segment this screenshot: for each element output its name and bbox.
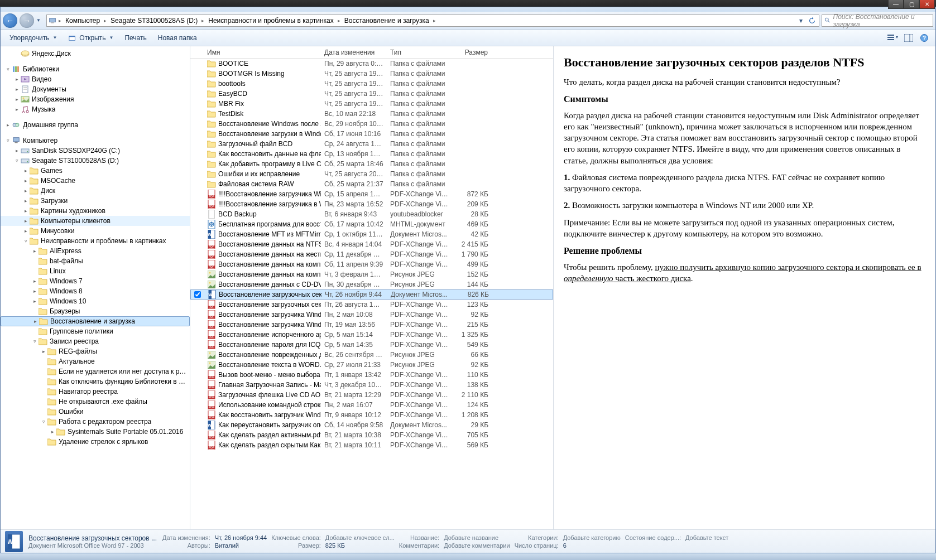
nav-history-dropdown[interactable]: ▼ xyxy=(36,18,44,23)
preview-pane-button[interactable] xyxy=(902,32,915,44)
file-row[interactable]: PDFВосстановление пароля для ICQ.pdfСр, … xyxy=(190,340,553,350)
tree-item[interactable]: ▸SanDisk SDSSDXP240G (C:) xyxy=(1,146,190,156)
file-row[interactable]: PDFКак сделать раздел скрытым Как сня...… xyxy=(190,440,553,450)
size-column-header[interactable]: Размер xyxy=(453,49,492,56)
tree-item[interactable]: ▸Восстановление и загрузка xyxy=(1,316,190,326)
file-list-body[interactable]: BOOTICEПн, 29 августа 0:43Папка с файлам… xyxy=(190,59,553,529)
expander-icon[interactable]: ▸ xyxy=(13,107,21,112)
tree-item[interactable]: Как отключить функцию Библиотеки в Windo… xyxy=(1,376,190,387)
file-row[interactable]: PDFВосстановление данных на компакт...Сб… xyxy=(190,259,553,269)
file-row[interactable]: PDFВосстановление данных на NTFS-ра...Вс… xyxy=(190,239,553,249)
tree-item[interactable]: ▿Неисправности и проблемы в картинках xyxy=(1,236,190,246)
file-row[interactable]: Восстановление данных на компакт...Чт, 3… xyxy=(190,269,553,279)
expander-icon[interactable]: ▿ xyxy=(13,158,21,163)
file-row[interactable]: PDF!!!!Восстановление загрузчика Wind...… xyxy=(190,189,553,199)
tree-item[interactable]: ▸Видео xyxy=(1,74,190,84)
tree-item[interactable]: ▸AliExpress xyxy=(1,246,190,256)
file-row[interactable]: WВосстановление загрузочных секто...Чт, … xyxy=(190,289,553,300)
file-row[interactable]: MBR FixЧт, 25 августа 19:52Папка с файла… xyxy=(190,99,553,109)
file-row[interactable]: PDF!!!!Восстановление загрузчика в Wi...… xyxy=(190,199,553,209)
tree-item[interactable]: ▸Windows 7 xyxy=(1,276,190,286)
expander-icon[interactable]: ▸ xyxy=(31,298,39,304)
file-row[interactable]: PDFВызов boot-меню - меню выбора ус...Пт… xyxy=(190,370,553,380)
details-value[interactable]: Добавьте категорию xyxy=(563,534,621,541)
open-button[interactable]: Открыть▼ xyxy=(64,32,118,44)
address-bar[interactable]: ▸ Компьютер ▸ Seagate ST31000528AS (D:) … xyxy=(46,15,819,27)
expander-icon[interactable]: ▿ xyxy=(40,419,47,424)
expander-icon[interactable]: ▸ xyxy=(31,288,39,294)
expander-icon[interactable]: ▸ xyxy=(22,218,30,224)
file-row[interactable]: Как восстановить данные на флешкеСр, 13 … xyxy=(190,149,553,159)
expander-icon[interactable]: ▸ xyxy=(4,122,12,128)
expander-icon[interactable]: ▸ xyxy=(22,188,30,194)
tree-item[interactable]: Навигатор реестра xyxy=(1,387,190,397)
details-value[interactable]: Добавьте комментарии xyxy=(444,542,510,549)
tree-item[interactable]: ▸Домашняя группа xyxy=(1,120,190,130)
name-column-header[interactable]: Имя xyxy=(204,49,321,56)
tree-item[interactable]: ▸Документы xyxy=(1,84,190,94)
breadcrumb-item[interactable]: Компьютер xyxy=(63,17,102,25)
type-column-header[interactable]: Тип xyxy=(387,49,453,56)
file-row[interactable]: PDFВосстановление загрузочных секто...Пт… xyxy=(190,300,553,310)
file-row[interactable]: Восстановление данных с CD-DVD.JPGПн, 30… xyxy=(190,279,553,289)
view-options-button[interactable] xyxy=(886,32,900,44)
file-row[interactable]: boottoolsЧт, 25 августа 19:16Папка с фай… xyxy=(190,79,553,89)
tree-item[interactable]: Не открываются .exe файлы xyxy=(1,397,190,407)
file-row[interactable]: BCD BackupВт, 6 января 9:43youtubeadbloc… xyxy=(190,209,553,219)
expander-icon[interactable]: ▸ xyxy=(49,429,56,435)
tree-item[interactable]: ▿Компьютер xyxy=(1,136,190,146)
expander-icon[interactable]: ▸ xyxy=(13,96,21,102)
expander-icon[interactable]: ▸ xyxy=(13,76,21,82)
preview-pane[interactable]: Восстановление загрузочных секторов разд… xyxy=(553,46,935,529)
search-input[interactable]: Поиск: Восстановление и загрузка xyxy=(822,15,933,27)
print-button[interactable]: Печать xyxy=(120,32,151,44)
file-row[interactable]: WКак переустановить загрузчик опера...Сб… xyxy=(190,420,553,430)
breadcrumb-item[interactable]: Неисправности и проблемы в картинках xyxy=(206,17,336,25)
tree-item[interactable]: Актуальное xyxy=(1,356,190,366)
chevron-right-icon[interactable]: ▸ xyxy=(58,18,62,23)
minimize-button[interactable]: — xyxy=(888,0,904,9)
breadcrumb-item[interactable]: Восстановление и загрузка xyxy=(342,17,431,25)
details-value[interactable]: Виталий xyxy=(215,542,267,549)
row-checkbox[interactable] xyxy=(194,291,201,298)
tree-item[interactable]: ▿Записи реестра xyxy=(1,336,190,346)
expander-icon[interactable]: ▸ xyxy=(22,198,30,204)
file-row[interactable]: PDFКак восстановить загрузчик Window...П… xyxy=(190,410,553,420)
tree-item[interactable]: ▸MSOCache xyxy=(1,176,190,186)
expander-icon[interactable]: ▿ xyxy=(4,66,12,72)
tree-item[interactable]: ▸Диск xyxy=(1,186,190,196)
file-row[interactable]: PDFИспользование командной строки д...Пн… xyxy=(190,400,553,410)
chevron-right-icon[interactable]: ▸ xyxy=(201,18,205,23)
expander-icon[interactable]: ▸ xyxy=(13,148,21,153)
file-row[interactable]: WВосстановление MFT из MFTMirr.docСр, 1 … xyxy=(190,229,553,239)
tree-item[interactable]: ▸Games xyxy=(1,166,190,176)
address-dropdown-button[interactable]: ▾ xyxy=(795,15,807,26)
expander-icon[interactable]: ▸ xyxy=(31,248,39,254)
file-row[interactable]: Восстановление Windows после зам...Вс, 2… xyxy=(190,119,553,129)
file-row[interactable]: PDFВосстановление загрузчика Windows...П… xyxy=(190,320,553,330)
file-row[interactable]: PDFВосстановление загрузчика WindowsПн, … xyxy=(190,310,553,320)
tree-item[interactable]: Ошибки xyxy=(1,407,190,417)
chevron-right-icon[interactable]: ▸ xyxy=(103,18,107,23)
tree-item[interactable]: ▸Компьютеры клиентов xyxy=(1,216,190,226)
tree-item[interactable]: ▸REG-файлы xyxy=(1,346,190,356)
tree-item[interactable]: ▸Музыка xyxy=(1,104,190,114)
tree-item[interactable]: ▿Seagate ST31000528AS (D:) xyxy=(1,156,190,166)
nav-tree[interactable]: Яндекс.Диск▿Библиотеки▸Видео▸Документы▸И… xyxy=(1,46,190,529)
details-value[interactable]: Добавьте название xyxy=(444,534,510,541)
tree-item[interactable]: Если не удаляется или нет доступа к разд… xyxy=(1,366,190,376)
expander-icon[interactable]: ▸ xyxy=(22,178,30,184)
help-button[interactable]: ? xyxy=(918,32,931,44)
file-row[interactable]: PDFВосстановление данных на жестких...Ср… xyxy=(190,249,553,259)
expander-icon[interactable]: ▿ xyxy=(22,238,30,244)
tree-item[interactable]: ▸Картины художников xyxy=(1,206,190,216)
expander-icon[interactable]: ▸ xyxy=(22,208,30,214)
date-column-header[interactable]: Дата изменения xyxy=(321,49,387,56)
titlebar[interactable] xyxy=(1,7,935,12)
tree-item[interactable]: ▸Изображения xyxy=(1,94,190,104)
tree-item[interactable]: ▿Библиотеки xyxy=(1,64,190,74)
file-row[interactable]: EasyBCDЧт, 25 августа 19:56Папка с файла… xyxy=(190,89,553,99)
tree-item[interactable]: ▸Загрузки xyxy=(1,196,190,206)
file-row[interactable]: Восстановление текста в WORD.JPGСр, 27 и… xyxy=(190,360,553,370)
expander-icon[interactable]: ▸ xyxy=(31,318,39,324)
